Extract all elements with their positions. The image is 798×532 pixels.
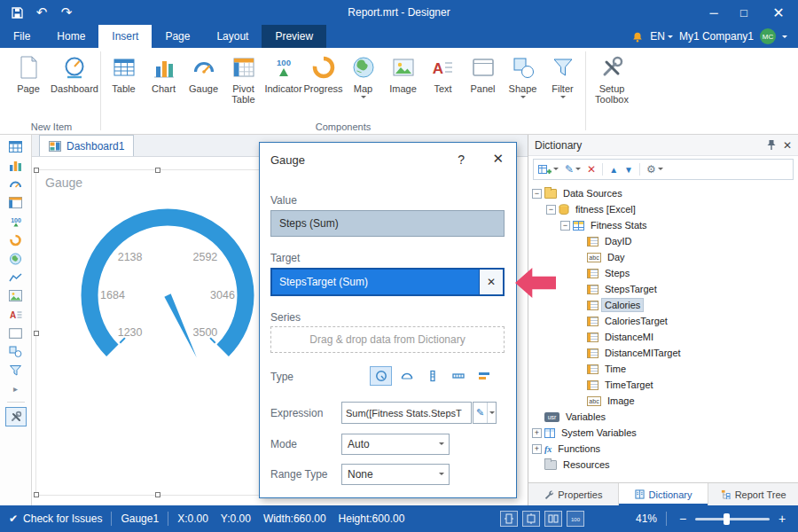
new-item-button[interactable]: [538, 163, 559, 176]
toolbox-setup-button[interactable]: [5, 407, 27, 426]
tree-item-distancemitarget[interactable]: DistanceMITarget: [528, 345, 798, 361]
tab-report-tree[interactable]: Report Tree: [708, 483, 798, 505]
undo-button[interactable]: ↶: [30, 2, 53, 23]
check-for-issues-button[interactable]: ✔ Check for Issues: [9, 512, 102, 525]
tree-item-caloriestarget[interactable]: CaloriesTarget: [528, 313, 798, 329]
toolbox-gauge-icon[interactable]: [5, 176, 27, 192]
dialog-help-button[interactable]: ?: [458, 153, 465, 167]
target-clear-button[interactable]: ✕: [479, 270, 503, 294]
resize-handle-top-center[interactable]: [155, 168, 160, 173]
tree-item-resources[interactable]: Resources: [528, 457, 798, 473]
tab-home[interactable]: Home: [43, 25, 98, 48]
zoom-slider[interactable]: [695, 518, 770, 520]
collapse-icon[interactable]: −: [532, 189, 542, 199]
tree-item-stepstarget[interactable]: StepsTarget: [528, 281, 798, 297]
dialog-close-button[interactable]: ✕: [492, 151, 504, 167]
collapse-icon[interactable]: −: [546, 205, 556, 215]
type-radial-button[interactable]: [370, 366, 392, 386]
tree-item-data-sources[interactable]: − Data Sources: [528, 185, 798, 201]
gauge-widget[interactable]: Gauge 1230 1684 2138 2592 3046 3500: [35, 169, 280, 496]
type-bullet-button[interactable]: [473, 366, 495, 386]
move-up-button[interactable]: ▲: [609, 165, 618, 175]
toolbox-chart-icon[interactable]: [5, 157, 27, 174]
insert-table-button[interactable]: Table: [104, 51, 144, 94]
resize-handle-top-left[interactable]: [34, 168, 39, 173]
insert-indicator-button[interactable]: 100 Indicator: [263, 51, 303, 94]
minimize-button[interactable]: ─: [699, 0, 729, 25]
tree-item-image[interactable]: abc Image: [528, 393, 798, 409]
expand-icon[interactable]: +: [532, 444, 542, 454]
type-semicircle-button[interactable]: [395, 366, 418, 386]
tree-item-system-variables[interactable]: + System Variables: [528, 425, 798, 441]
edit-button[interactable]: ✎: [565, 163, 581, 176]
tree-item-fitness-stats[interactable]: − Fitness Stats: [528, 217, 798, 233]
tab-properties[interactable]: Properties: [528, 483, 619, 505]
tree-item-dayid[interactable]: DayID: [528, 233, 798, 249]
tab-insert[interactable]: Insert: [98, 25, 152, 48]
toolbox-image-icon[interactable]: [5, 287, 27, 304]
range-type-select[interactable]: None: [341, 464, 450, 485]
insert-text-button[interactable]: A Text: [423, 51, 463, 94]
view-page-height-button[interactable]: [522, 511, 540, 527]
tab-page[interactable]: Page: [152, 25, 203, 48]
toolbox-text-icon[interactable]: A: [5, 306, 27, 323]
type-linear-horizontal-button[interactable]: [447, 366, 469, 386]
mode-select[interactable]: Auto: [341, 434, 450, 455]
tree-item-steps[interactable]: Steps: [528, 265, 798, 281]
toolbox-panel-icon[interactable]: [5, 325, 27, 341]
toolbox-progress-icon[interactable]: [5, 231, 27, 248]
maximize-button[interactable]: □: [729, 0, 759, 25]
toolbox-pivot-table-icon[interactable]: [5, 194, 27, 211]
close-window-button[interactable]: ✕: [759, 0, 798, 25]
setup-toolbox-button[interactable]: Setup Toolbox: [589, 51, 635, 105]
account-name[interactable]: My1 Company1: [679, 30, 754, 43]
toolbox-table-icon[interactable]: [5, 138, 27, 155]
zoom-100-button[interactable]: 100: [567, 511, 584, 527]
insert-panel-button[interactable]: Panel: [463, 51, 503, 94]
redo-button[interactable]: ↷: [55, 2, 78, 23]
avatar[interactable]: MC: [760, 28, 776, 44]
language-selector[interactable]: EN: [650, 30, 673, 43]
tree-item-variables[interactable]: usr Variables: [528, 409, 798, 425]
tree-item-functions[interactable]: + fx Functions: [528, 441, 798, 457]
insert-filter-button[interactable]: Filter: [543, 51, 583, 101]
insert-shape-button[interactable]: Shape: [503, 51, 543, 101]
tab-dictionary[interactable]: Dictionary: [619, 483, 709, 505]
tab-file[interactable]: File: [0, 25, 43, 48]
collapse-icon[interactable]: −: [560, 221, 570, 231]
insert-page-button[interactable]: Page: [5, 51, 51, 94]
value-field[interactable]: Steps (Sum): [270, 210, 505, 237]
resize-handle-bottom-center[interactable]: [155, 492, 160, 497]
toolbox-shape-icon[interactable]: [5, 343, 27, 360]
zoom-in-button[interactable]: +: [775, 512, 789, 526]
toolbox-more-icon[interactable]: ▸: [5, 380, 27, 397]
resize-handle-middle-left[interactable]: [34, 331, 39, 336]
type-linear-vertical-button[interactable]: [421, 366, 443, 386]
insert-gauge-button[interactable]: Gauge: [184, 51, 223, 94]
pin-panel-button[interactable]: [767, 139, 776, 151]
move-down-button[interactable]: ▼: [624, 165, 633, 175]
insert-progress-button[interactable]: Progress: [303, 51, 343, 94]
view-whole-page-button[interactable]: [500, 511, 518, 527]
toolbox-filter-icon[interactable]: [5, 362, 27, 379]
tree-item-calories[interactable]: Calories: [528, 297, 798, 313]
zoom-slider-thumb[interactable]: [724, 513, 730, 525]
settings-button[interactable]: ⚙: [646, 163, 663, 176]
target-field[interactable]: StepsTarget (Sum) ✕: [270, 268, 505, 296]
tab-layout[interactable]: Layout: [203, 25, 262, 48]
save-button[interactable]: [5, 2, 28, 23]
insert-dashboard-button[interactable]: Dashboard: [51, 51, 98, 94]
insert-map-button[interactable]: Map: [343, 51, 383, 101]
tab-dashboard1[interactable]: Dashboard1: [39, 135, 134, 156]
series-drop-zone[interactable]: Drag & drop data from Dictionary: [270, 326, 505, 353]
insert-image-button[interactable]: Image: [383, 51, 423, 94]
expression-input[interactable]: [341, 402, 472, 424]
expression-edit-button[interactable]: ✎: [473, 402, 497, 424]
insert-pivot-table-button[interactable]: Pivot Table: [223, 51, 263, 105]
resize-handle-bottom-left[interactable]: [34, 492, 39, 497]
notifications-button[interactable]: [631, 30, 644, 43]
account-chevron-down-icon[interactable]: [782, 35, 787, 41]
close-panel-button[interactable]: ✕: [783, 139, 792, 152]
expand-icon[interactable]: +: [532, 428, 542, 438]
toolbox-sparkline-icon[interactable]: [5, 269, 27, 286]
